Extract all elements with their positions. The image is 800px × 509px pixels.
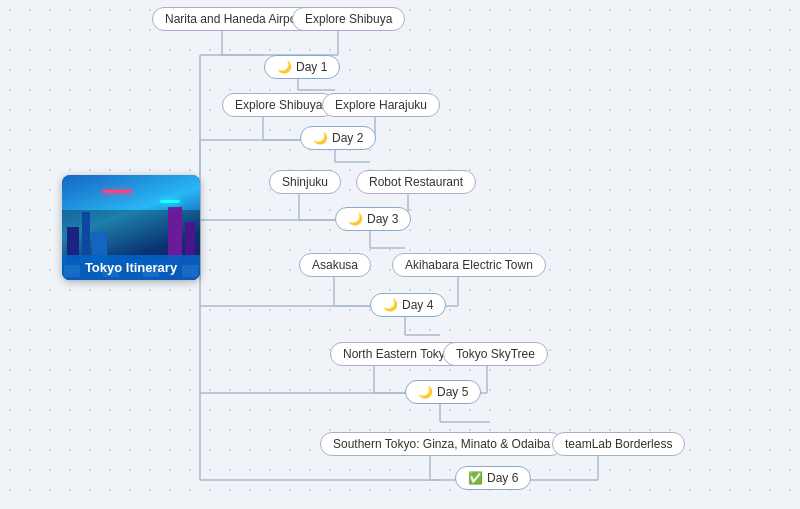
activity-skytree[interactable]: Tokyo SkyTree xyxy=(443,342,548,366)
day5-icon: 🌙 xyxy=(418,385,433,399)
southern-tokyo-label: Southern Tokyo: Ginza, Minato & Odaiba xyxy=(333,437,550,451)
explore-shibuya2-label: Explore Shibuya xyxy=(235,98,322,112)
activity-explore-shibuya-2[interactable]: Explore Shibuya xyxy=(222,93,335,117)
explore-harajuku-label: Explore Harajuku xyxy=(335,98,427,112)
day3-icon: 🌙 xyxy=(348,212,363,226)
day2-icon: 🌙 xyxy=(313,131,328,145)
shinjuku-label: Shinjuku xyxy=(282,175,328,189)
activity-shinjuku[interactable]: Shinjuku xyxy=(269,170,341,194)
day3-node[interactable]: 🌙 Day 3 xyxy=(335,207,411,231)
day5-label: Day 5 xyxy=(437,385,468,399)
day2-node[interactable]: 🌙 Day 2 xyxy=(300,126,376,150)
skytree-label: Tokyo SkyTree xyxy=(456,347,535,361)
day1-label: Day 1 xyxy=(296,60,327,74)
card-title: Tokyo Itinerary xyxy=(62,255,200,280)
day5-node[interactable]: 🌙 Day 5 xyxy=(405,380,481,404)
day4-node[interactable]: 🌙 Day 4 xyxy=(370,293,446,317)
day6-icon: ✅ xyxy=(468,471,483,485)
activity-asakusa[interactable]: Asakusa xyxy=(299,253,371,277)
day2-label: Day 2 xyxy=(332,131,363,145)
activity-akihabara[interactable]: Akihabara Electric Town xyxy=(392,253,546,277)
day4-icon: 🌙 xyxy=(383,298,398,312)
activity-southern-tokyo[interactable]: Southern Tokyo: Ginza, Minato & Odaiba xyxy=(320,432,563,456)
activity-explore-shibuya-1[interactable]: Explore Shibuya xyxy=(292,7,405,31)
akihabara-label: Akihabara Electric Town xyxy=(405,258,533,272)
day6-node[interactable]: ✅ Day 6 xyxy=(455,466,531,490)
explore-shibuya1-label: Explore Shibuya xyxy=(305,12,392,26)
day4-label: Day 4 xyxy=(402,298,433,312)
day3-label: Day 3 xyxy=(367,212,398,226)
asakusa-label: Asakusa xyxy=(312,258,358,272)
mind-map: Tokyo Itinerary 🌙 Day 1 Narita and Haned… xyxy=(0,0,800,509)
card-tokyo-itinerary[interactable]: Tokyo Itinerary xyxy=(62,175,200,280)
activity-teamlab[interactable]: teamLab Borderless xyxy=(552,432,685,456)
day1-node[interactable]: 🌙 Day 1 xyxy=(264,55,340,79)
teamlab-label: teamLab Borderless xyxy=(565,437,672,451)
day6-label: Day 6 xyxy=(487,471,518,485)
north-eastern-label: North Eastern Tokyo xyxy=(343,347,452,361)
narita-label: Narita and Haneda Airports xyxy=(165,12,310,26)
activity-robot-restaurant[interactable]: Robot Restaurant xyxy=(356,170,476,194)
day1-icon: 🌙 xyxy=(277,60,292,74)
activity-explore-harajuku[interactable]: Explore Harajuku xyxy=(322,93,440,117)
robot-restaurant-label: Robot Restaurant xyxy=(369,175,463,189)
